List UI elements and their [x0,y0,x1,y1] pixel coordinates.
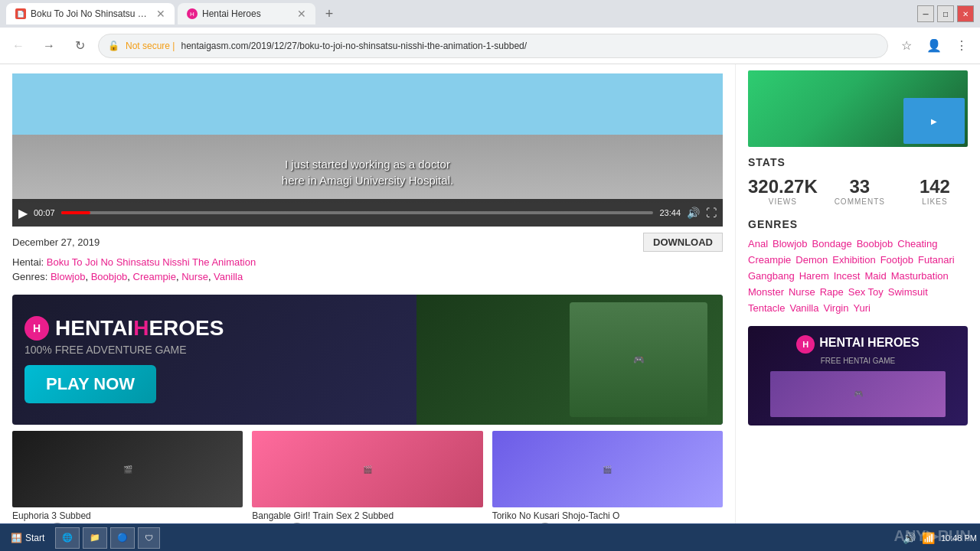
fullscreen-button[interactable]: ⛶ [706,207,717,219]
stat-comments: 33 COMMENTS [827,176,893,206]
sidebar-ad[interactable]: H HENTAI HEROES FREE HENTAI GAME 🎮 ANY▶R… [748,326,968,425]
download-button[interactable]: DOWNLOAD [643,233,723,252]
tab-2[interactable]: H Hentai Heroes ✕ [178,3,315,24]
genre-tag-maid[interactable]: Maid [864,270,886,282]
taskbar-folder[interactable]: 📁 [83,527,107,549]
hentai-label: Hentai: [12,256,44,268]
play-button[interactable]: ▶ [18,206,28,220]
genre-boobjob[interactable]: Boobjob [91,271,128,282]
tab-2-close[interactable]: ✕ [297,8,306,20]
genre-tag-sex-toy[interactable]: Sex Toy [848,286,884,298]
ad-subtitle: 100% FREE ADVENTURE GAME [24,344,224,356]
start-button[interactable]: 🪟 Start [3,531,52,545]
ad-character: 🎮 [570,302,707,417]
sidebar-ad-image: 🎮 [770,371,946,417]
genre-tag-incest[interactable]: Incest [834,270,861,282]
account-icon[interactable]: 👤 [922,34,946,58]
bookmark-icon[interactable]: ☆ [894,34,919,58]
page-content: I just started working as a doctor here … [0,64,980,523]
thumbnail-3[interactable]: 🎬 Toriko No Kusari Shojo-Tachi O 👁 635.7… [492,431,723,523]
taskbar-security-icon: 🛡 [145,533,153,543]
sidebar-top-image: ▶ [748,70,968,147]
genre-tag-nurse[interactable]: Nurse [789,286,815,298]
refresh-button[interactable]: ↻ [67,34,92,58]
sidebar: ▶ STATS 320.27K VIEWS 33 COMMENTS 142 [735,64,980,523]
genre-tag-footjob[interactable]: Footjob [880,254,913,266]
genre-tag-bondage[interactable]: Bondage [812,238,852,249]
genre-tag-blowjob[interactable]: Blowjob [773,238,808,249]
genre-tag-gangbang[interactable]: Gangbang [748,270,795,282]
taskbar-security[interactable]: 🛡 [138,527,160,549]
tab-2-title: Hentai Heroes [202,8,292,19]
genre-tag-virgin[interactable]: Virgin [823,302,848,314]
video-meta: December 27, 2019 DOWNLOAD [12,233,723,252]
thumb-title-2: Bangable Girl! Train Sex 2 Subbed [252,510,482,521]
genre-tag-vanilla[interactable]: Vanilla [789,302,818,314]
genre-tag-demon[interactable]: Demon [795,254,828,266]
new-tab-button[interactable]: + [318,3,340,24]
taskbar-chrome[interactable]: 🔵 [110,527,135,549]
thumb-img-2: 🎬 [252,431,482,507]
address-bar[interactable]: 🔓 Not secure | hentaigasm.com/2019/12/27… [98,34,888,58]
genres-title: GENRES [748,218,968,230]
genres-label: Genres: [12,271,47,282]
taskbar-chrome-icon: 🔵 [117,533,128,543]
url-text: hentaigasm.com/2019/12/27/boku-to-joi-no… [181,41,878,51]
back-button[interactable]: ← [6,34,31,58]
thumbnail-2[interactable]: 🎬 Bangable Girl! Train Sex 2 Subbed 👁 1.… [252,431,482,523]
start-label: Start [25,533,44,543]
tab-1-close[interactable]: ✕ [156,8,165,20]
genre-tag-monster[interactable]: Monster [748,286,784,298]
tab-1[interactable]: 📄 Boku To Joi No Shinsatsu Nisshi The...… [6,3,175,24]
video-info: December 27, 2019 DOWNLOAD Hentai: Boku … [12,227,723,289]
genre-tag-anal[interactable]: Anal [748,238,768,249]
taskbar-ie[interactable]: 🌐 [55,527,80,549]
taskbar-folder-icon: 📁 [90,533,100,543]
genre-blowjob[interactable]: Blowjob [51,271,86,282]
genre-tag-futanari[interactable]: Futanari [918,254,955,266]
likes-value: 142 [902,176,968,197]
ad-character-area: 🎮 [416,295,723,425]
tab-2-favicon: H [187,8,198,19]
sidebar-ad-icon: H [796,335,815,354]
thumbnail-1[interactable]: 🎬 Euphoria 3 Subbed 👁 2.57M 💬 738 ♥ 750 [12,431,243,523]
ad-logo-text: HENTAIHEROES [55,316,224,341]
comments-value: 33 [827,176,893,197]
video-player: I just started working as a doctor here … [12,73,723,227]
close-button[interactable]: ✕ [957,5,974,22]
genre-tag-swimsuit[interactable]: Swimsuit [888,286,928,298]
genre-tag-tentacle[interactable]: Tentacle [748,302,785,314]
views-value: 320.27K [748,176,818,197]
genre-tag-boobjob[interactable]: Boobjob [857,238,893,249]
genre-tag-creampie[interactable]: Creampie [748,254,791,266]
ad-play-button[interactable]: PLAY NOW [24,365,156,403]
minimize-button[interactable]: ─ [917,5,934,22]
main-content: I just started working as a doctor here … [0,64,735,523]
stats-section: STATS 320.27K VIEWS 33 COMMENTS 142 LIKE… [748,156,968,206]
maximize-button[interactable]: □ [937,5,954,22]
volume-button[interactable]: 🔊 [687,207,700,219]
stat-likes: 142 LIKES [902,176,968,206]
genre-tag-exhibition[interactable]: Exhibition [832,254,875,266]
start-icon: 🪟 [11,533,22,543]
genre-tag-masturbation[interactable]: Masturbation [891,270,949,282]
browser-toolbar: ← → ↻ 🔓 Not secure | hentaigasm.com/2019… [0,28,980,64]
genre-tag-cheating[interactable]: Cheating [897,238,937,249]
sidebar-ad-subtitle: FREE HENTAI GAME [821,357,896,365]
progress-bar[interactable] [61,211,654,214]
browser-frame: 📄 Boku To Joi No Shinsatsu Nisshi The...… [0,0,980,551]
genre-tag-yuri[interactable]: Yuri [854,302,871,314]
hentai-title-link[interactable]: Boku To Joi No Shinsatsu Nisshi The Anim… [47,256,256,268]
progress-fill [61,211,91,214]
genre-tag-rape[interactable]: Rape [820,286,844,298]
video-genres: Genres: Blowjob, Boobjob, Creampie, Nurs… [12,271,723,282]
genre-vanilla[interactable]: Vanilla [214,271,243,282]
menu-icon[interactable]: ⋮ [949,34,974,58]
genre-tag-harem[interactable]: Harem [799,270,829,282]
forward-button[interactable]: → [37,34,61,58]
genre-nurse[interactable]: Nurse [181,271,208,282]
ad-banner[interactable]: H HENTAIHEROES 100% FREE ADVENTURE GAME … [12,295,723,425]
stats-title: STATS [748,156,968,168]
genre-creampie[interactable]: Creampie [133,271,176,282]
current-time: 00:07 [34,208,55,217]
